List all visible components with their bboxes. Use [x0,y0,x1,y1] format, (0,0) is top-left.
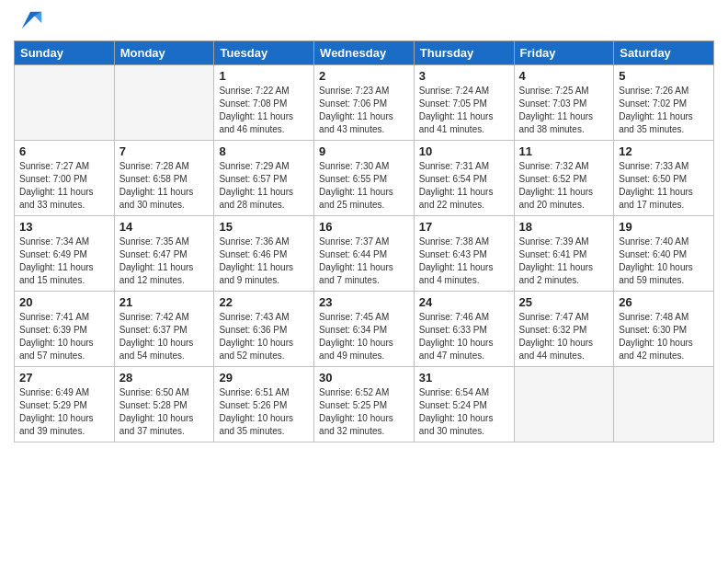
calendar-cell [614,367,714,442]
day-info: Sunrise: 7:37 AMSunset: 6:44 PMDaylight:… [319,236,409,287]
day-number: 16 [319,220,409,234]
calendar-cell: 14Sunrise: 7:35 AMSunset: 6:47 PMDayligh… [114,216,214,292]
calendar-cell: 2Sunrise: 7:23 AMSunset: 7:06 PMDaylight… [314,65,415,141]
day-info: Sunrise: 7:42 AMSunset: 6:37 PMDaylight:… [119,311,210,362]
calendar-cell: 27Sunrise: 6:49 AMSunset: 5:29 PMDayligh… [15,367,115,442]
day-info: Sunrise: 7:23 AMSunset: 7:06 PMDaylight:… [319,85,409,136]
calendar-cell: 26Sunrise: 7:48 AMSunset: 6:30 PMDayligh… [614,292,714,367]
day-info: Sunrise: 7:47 AMSunset: 6:32 PMDaylight:… [519,311,609,362]
day-number: 9 [319,144,409,158]
day-info: Sunrise: 7:25 AMSunset: 7:03 PMDaylight:… [519,85,609,136]
day-info: Sunrise: 7:28 AMSunset: 6:58 PMDaylight:… [119,160,210,212]
calendar-cell: 20Sunrise: 7:41 AMSunset: 6:39 PMDayligh… [15,292,115,367]
calendar-cell: 11Sunrise: 7:32 AMSunset: 6:52 PMDayligh… [514,141,614,216]
calendar-cell: 13Sunrise: 7:34 AMSunset: 6:49 PMDayligh… [15,216,115,292]
day-number: 25 [519,295,609,309]
day-info: Sunrise: 7:43 AMSunset: 6:36 PMDaylight:… [219,311,309,362]
day-info: Sunrise: 7:35 AMSunset: 6:47 PMDaylight:… [119,236,210,287]
day-info: Sunrise: 6:54 AMSunset: 5:24 PMDaylight:… [419,386,509,438]
header-day-thursday: Thursday [414,41,514,65]
logo [14,9,43,33]
day-info: Sunrise: 7:30 AMSunset: 6:55 PMDaylight:… [319,160,409,212]
calendar-cell: 18Sunrise: 7:39 AMSunset: 6:41 PMDayligh… [514,216,614,292]
page: SundayMondayTuesdayWednesdayThursdayFrid… [0,0,728,563]
calendar-cell: 3Sunrise: 7:24 AMSunset: 7:05 PMDaylight… [414,65,514,141]
calendar-cell: 22Sunrise: 7:43 AMSunset: 6:36 PMDayligh… [214,292,314,367]
day-number: 20 [19,295,109,309]
calendar-cell: 15Sunrise: 7:36 AMSunset: 6:46 PMDayligh… [214,216,314,292]
day-number: 27 [19,371,109,385]
week-row-5: 27Sunrise: 6:49 AMSunset: 5:29 PMDayligh… [15,367,714,442]
day-number: 15 [219,220,309,234]
day-info: Sunrise: 7:46 AMSunset: 6:33 PMDaylight:… [419,311,509,362]
day-number: 7 [119,144,210,158]
day-info: Sunrise: 7:31 AMSunset: 6:54 PMDaylight:… [419,160,509,212]
day-info: Sunrise: 7:33 AMSunset: 6:50 PMDaylight:… [619,160,709,212]
week-row-3: 13Sunrise: 7:34 AMSunset: 6:49 PMDayligh… [15,216,714,292]
day-info: Sunrise: 7:32 AMSunset: 6:52 PMDaylight:… [519,160,609,212]
day-info: Sunrise: 7:24 AMSunset: 7:05 PMDaylight:… [419,85,509,136]
day-number: 22 [219,295,309,309]
calendar-cell: 21Sunrise: 7:42 AMSunset: 6:37 PMDayligh… [114,292,214,367]
header-day-monday: Monday [114,41,214,65]
day-number: 1 [219,69,309,83]
day-number: 24 [419,295,509,309]
day-info: Sunrise: 7:36 AMSunset: 6:46 PMDaylight:… [219,236,309,287]
day-number: 5 [619,69,709,83]
calendar-cell: 4Sunrise: 7:25 AMSunset: 7:03 PMDaylight… [514,65,614,141]
day-number: 31 [419,371,509,385]
day-info: Sunrise: 7:48 AMSunset: 6:30 PMDaylight:… [619,311,709,362]
week-row-4: 20Sunrise: 7:41 AMSunset: 6:39 PMDayligh… [15,292,714,367]
day-info: Sunrise: 7:41 AMSunset: 6:39 PMDaylight:… [19,311,109,362]
calendar-cell: 12Sunrise: 7:33 AMSunset: 6:50 PMDayligh… [614,141,714,216]
week-row-2: 6Sunrise: 7:27 AMSunset: 7:00 PMDaylight… [15,141,714,216]
day-number: 8 [219,144,309,158]
header-day-saturday: Saturday [614,41,714,65]
day-number: 23 [319,295,409,309]
day-info: Sunrise: 7:27 AMSunset: 7:00 PMDaylight:… [19,160,109,212]
calendar-cell: 24Sunrise: 7:46 AMSunset: 6:33 PMDayligh… [414,292,514,367]
day-number: 12 [619,144,709,158]
day-number: 26 [619,295,709,309]
header [14,9,714,33]
day-number: 2 [319,69,409,83]
day-number: 21 [119,295,210,309]
logo-icon [17,7,43,33]
day-info: Sunrise: 7:34 AMSunset: 6:49 PMDaylight:… [19,236,109,287]
header-day-wednesday: Wednesday [314,41,415,65]
day-info: Sunrise: 7:40 AMSunset: 6:40 PMDaylight:… [619,236,709,287]
day-info: Sunrise: 7:45 AMSunset: 6:34 PMDaylight:… [319,311,409,362]
calendar-cell [514,367,614,442]
day-number: 28 [119,371,210,385]
header-row: SundayMondayTuesdayWednesdayThursdayFrid… [15,41,714,65]
calendar-cell: 31Sunrise: 6:54 AMSunset: 5:24 PMDayligh… [414,367,514,442]
day-number: 29 [219,371,309,385]
calendar-cell: 5Sunrise: 7:26 AMSunset: 7:02 PMDaylight… [614,65,714,141]
day-number: 18 [519,220,609,234]
day-number: 13 [19,220,109,234]
day-number: 4 [519,69,609,83]
header-day-friday: Friday [514,41,614,65]
day-number: 30 [319,371,409,385]
day-info: Sunrise: 6:51 AMSunset: 5:26 PMDaylight:… [219,386,309,438]
calendar-cell: 30Sunrise: 6:52 AMSunset: 5:25 PMDayligh… [314,367,415,442]
calendar-table: SundayMondayTuesdayWednesdayThursdayFrid… [14,40,714,442]
day-number: 3 [419,69,509,83]
day-number: 14 [119,220,210,234]
calendar-cell: 29Sunrise: 6:51 AMSunset: 5:26 PMDayligh… [214,367,314,442]
day-info: Sunrise: 7:38 AMSunset: 6:43 PMDaylight:… [419,236,509,287]
calendar-cell [114,65,214,141]
header-day-tuesday: Tuesday [214,41,314,65]
calendar-cell: 17Sunrise: 7:38 AMSunset: 6:43 PMDayligh… [414,216,514,292]
calendar-cell: 6Sunrise: 7:27 AMSunset: 7:00 PMDaylight… [15,141,115,216]
calendar-cell: 25Sunrise: 7:47 AMSunset: 6:32 PMDayligh… [514,292,614,367]
day-number: 17 [419,220,509,234]
day-info: Sunrise: 6:52 AMSunset: 5:25 PMDaylight:… [319,386,409,438]
day-info: Sunrise: 7:29 AMSunset: 6:57 PMDaylight:… [219,160,309,212]
calendar-body: 1Sunrise: 7:22 AMSunset: 7:08 PMDaylight… [15,65,714,442]
day-number: 19 [619,220,709,234]
day-number: 6 [19,144,109,158]
day-info: Sunrise: 6:49 AMSunset: 5:29 PMDaylight:… [19,386,109,438]
calendar-cell: 28Sunrise: 6:50 AMSunset: 5:28 PMDayligh… [114,367,214,442]
calendar-cell: 23Sunrise: 7:45 AMSunset: 6:34 PMDayligh… [314,292,415,367]
